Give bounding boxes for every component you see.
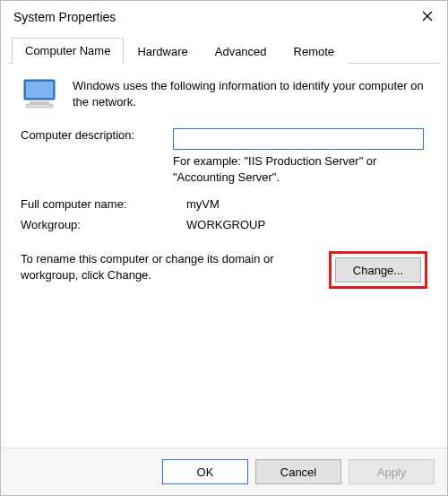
tab-panel-computer-name: Windows uses the following information t… [1, 64, 447, 298]
workgroup-row: Workgroup: WORKGROUP [21, 218, 427, 231]
titlebar: System Properties [1, 1, 447, 31]
description-input[interactable] [173, 128, 424, 150]
close-icon [422, 11, 433, 24]
change-row: To rename this computer or change its do… [21, 251, 427, 289]
tab-remote[interactable]: Remote [280, 39, 349, 64]
svg-rect-5 [26, 104, 53, 108]
cancel-button[interactable]: Cancel [255, 459, 341, 484]
fullname-row: Full computer name: myVM [21, 197, 427, 211]
close-button[interactable] [418, 8, 436, 26]
workgroup-value: WORKGROUP [186, 218, 427, 231]
tabstrip: Computer Name Hardware Advanced Remote [8, 37, 440, 64]
fullname-value: myVM [186, 197, 427, 211]
ok-button[interactable]: OK [162, 459, 248, 484]
computer-icon [21, 78, 60, 113]
change-button-highlight: Change... [329, 251, 427, 289]
dialog-button-bar: OK Cancel Apply [1, 448, 447, 495]
window-title: System Properties [13, 10, 116, 24]
svg-rect-4 [30, 101, 49, 104]
description-row: Computer description: [21, 126, 427, 150]
svg-rect-3 [26, 82, 53, 98]
change-button[interactable]: Change... [335, 257, 421, 283]
intro-row: Windows uses the following information t… [21, 78, 427, 113]
workgroup-label: Workgroup: [21, 218, 186, 231]
tab-computer-name[interactable]: Computer Name [12, 38, 124, 64]
fullname-label: Full computer name: [21, 197, 186, 211]
description-example: For example: "IIS Production Server" or … [173, 153, 427, 185]
intro-text: Windows uses the following information t… [73, 78, 427, 113]
tab-advanced[interactable]: Advanced [202, 39, 280, 64]
tab-hardware[interactable]: Hardware [124, 39, 201, 64]
system-properties-window: System Properties Computer Name Hardware… [0, 0, 448, 496]
change-text: To rename this computer or change its do… [21, 251, 322, 283]
description-label: Computer description: [21, 126, 173, 142]
apply-button: Apply [349, 459, 435, 484]
